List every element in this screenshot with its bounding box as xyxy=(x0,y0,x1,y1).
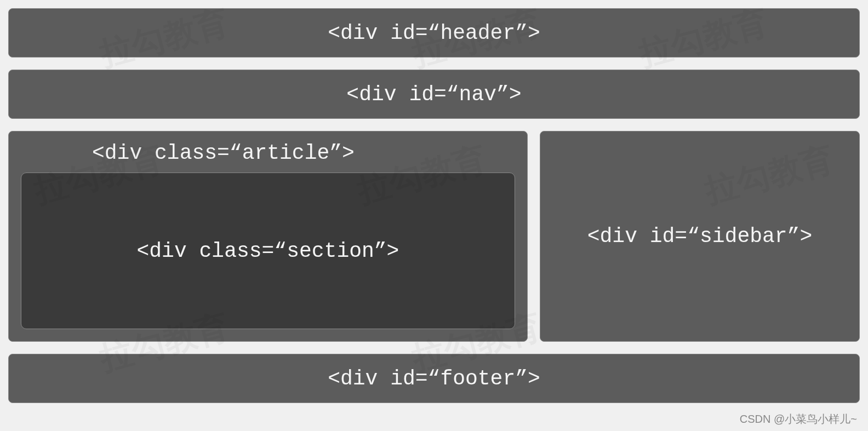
attribution-text: CSDN @小菜鸟小样儿~ xyxy=(740,412,857,427)
article-label: <div class=“article”> xyxy=(92,141,355,165)
article-region: <div class=“article”> <div class=“sectio… xyxy=(8,131,528,342)
middle-row: <div class=“article”> <div class=“sectio… xyxy=(8,131,860,342)
header-region: <div id=“header”> xyxy=(8,8,860,58)
sidebar-region: <div id=“sidebar”> xyxy=(540,131,860,342)
section-label: <div class=“section”> xyxy=(137,239,399,263)
footer-region: <div id=“footer”> xyxy=(8,354,860,403)
nav-label: <div id=“nav”> xyxy=(346,83,521,106)
header-label: <div id=“header”> xyxy=(328,21,540,45)
footer-label: <div id=“footer”> xyxy=(328,367,540,390)
sidebar-label: <div id=“sidebar”> xyxy=(587,225,812,248)
section-region: <div class=“section”> xyxy=(21,173,515,329)
nav-region: <div id=“nav”> xyxy=(8,70,860,119)
